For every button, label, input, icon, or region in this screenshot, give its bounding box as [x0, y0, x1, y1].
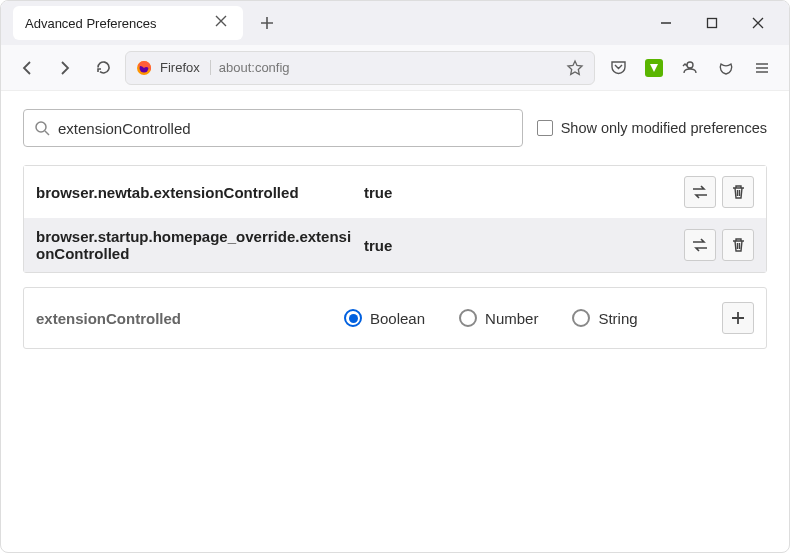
forward-button[interactable]	[49, 52, 81, 84]
maximize-button[interactable]	[689, 1, 735, 45]
search-input[interactable]	[58, 120, 512, 137]
close-icon[interactable]	[215, 15, 231, 31]
type-radio-number[interactable]: Number	[459, 309, 538, 327]
radio-icon	[459, 309, 477, 327]
pref-row[interactable]: browser.newtab.extensionControlledtrue	[24, 166, 766, 218]
toolbar-actions	[601, 51, 779, 85]
toggle-button[interactable]	[684, 176, 716, 208]
toolbar: Firefox about:config	[1, 45, 789, 91]
menu-button[interactable]	[745, 51, 779, 85]
radio-icon	[344, 309, 362, 327]
delete-button[interactable]	[722, 176, 754, 208]
close-window-button[interactable]	[735, 1, 781, 45]
row-actions	[684, 176, 754, 208]
new-tab-button[interactable]	[253, 9, 281, 37]
pref-name: browser.startup.homepage_override.extens…	[36, 228, 356, 262]
checkbox-icon	[537, 120, 553, 136]
radio-label: Boolean	[370, 310, 425, 327]
back-button[interactable]	[11, 52, 43, 84]
svg-rect-0	[708, 19, 717, 28]
radio-label: Number	[485, 310, 538, 327]
row-actions	[684, 229, 754, 261]
type-options: BooleanNumberString	[344, 309, 714, 327]
pref-value: true	[364, 184, 676, 201]
minimize-button[interactable]	[643, 1, 689, 45]
type-radio-boolean[interactable]: Boolean	[344, 309, 425, 327]
new-pref-name: extensionControlled	[36, 310, 336, 327]
bookmark-star-icon[interactable]	[566, 59, 584, 77]
url-bar[interactable]: Firefox about:config	[125, 51, 595, 85]
extension-icon[interactable]	[637, 51, 671, 85]
pref-row[interactable]: browser.startup.homepage_override.extens…	[24, 218, 766, 272]
browser-tab[interactable]: Advanced Preferences	[13, 6, 243, 40]
radio-label: String	[598, 310, 637, 327]
tab-title: Advanced Preferences	[25, 16, 215, 31]
type-radio-string[interactable]: String	[572, 309, 637, 327]
add-button[interactable]	[722, 302, 754, 334]
search-icon	[34, 120, 50, 136]
account-icon[interactable]	[673, 51, 707, 85]
show-modified-label: Show only modified preferences	[561, 120, 767, 136]
toggle-button[interactable]	[684, 229, 716, 261]
preferences-list: browser.newtab.extensionControlledtruebr…	[23, 165, 767, 273]
pref-name: browser.newtab.extensionControlled	[36, 184, 356, 201]
titlebar: Advanced Preferences	[1, 1, 789, 45]
pref-value: true	[364, 237, 676, 254]
delete-button[interactable]	[722, 229, 754, 261]
shield-icon[interactable]	[709, 51, 743, 85]
search-row: Show only modified preferences	[23, 109, 767, 147]
search-preferences-input-wrap	[23, 109, 523, 147]
identity-label: Firefox	[160, 60, 211, 75]
new-preference-row: extensionControlled BooleanNumberString	[23, 287, 767, 349]
about-config-content: Show only modified preferences browser.n…	[1, 91, 789, 367]
firefox-icon	[136, 60, 152, 76]
radio-icon	[572, 309, 590, 327]
show-modified-checkbox[interactable]: Show only modified preferences	[537, 120, 767, 136]
window-controls	[643, 1, 781, 45]
pocket-icon[interactable]	[601, 51, 635, 85]
svg-point-3	[36, 122, 46, 132]
url-text: about:config	[219, 60, 558, 75]
reload-button[interactable]	[87, 52, 119, 84]
